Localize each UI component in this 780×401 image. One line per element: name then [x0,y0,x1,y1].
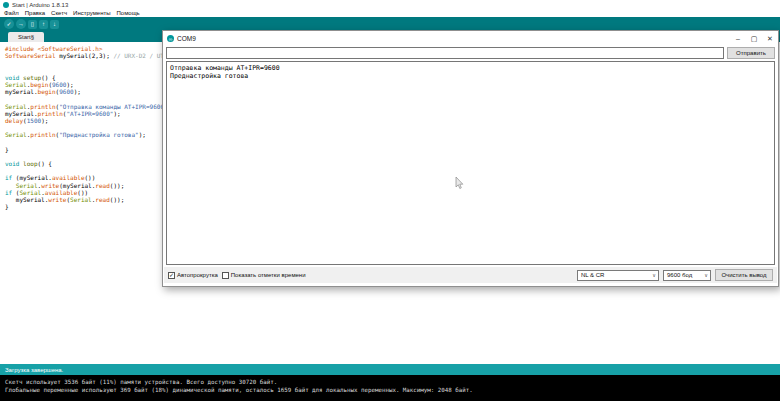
open-sketch-button[interactable]: ↑ [39,20,48,29]
mouse-cursor [455,176,464,194]
arrow-down-icon: ↓ [53,21,56,27]
arduino-app-icon [3,2,9,8]
serial-send-input[interactable] [166,47,724,59]
checkbox-checked-icon[interactable]: ✓ [168,272,175,279]
send-button[interactable]: Отправить [727,47,775,59]
ide-title-bar: Start | Arduino 1.8.13 [0,0,780,9]
chevron-down-icon: ∨ [704,272,708,278]
new-document-icon: ▯ [31,21,34,27]
verify-button[interactable]: ✓ [4,19,14,29]
arduino-window-icon: ∞ [167,35,174,42]
timestamps-label: Показать отметки времени [231,272,306,278]
line-ending-value: NL & CR [581,272,604,278]
serial-output-line: Преднастройка готова [170,72,771,80]
serial-output-line: Отправка команды AT+IPR=9600 [170,64,771,72]
menu-item[interactable]: Файл [4,10,19,16]
menu-item[interactable]: Правка [25,10,45,16]
arrow-right-icon: → [18,21,24,27]
menu-item[interactable]: Инструменты [73,10,110,16]
save-sketch-button[interactable]: ↓ [50,20,59,29]
tab-label: Start§ [18,34,34,40]
status-bar: Загрузка завершена. [0,364,780,375]
arrow-up-icon: ↑ [42,21,45,27]
serial-input-row: Отправить [166,47,775,59]
maximize-icon[interactable]: ▢ [746,31,762,46]
timestamps-checkbox[interactable]: Показать отметки времени [222,272,306,279]
ide-menu-bar: ФайлПравкаСкетчИнструментыПомощь [0,9,780,17]
serial-monitor-title: COM9 [177,35,196,42]
window-controls: – ▢ ✕ [730,31,778,46]
ide-window-title: Start | Arduino 1.8.13 [12,2,68,8]
ide-toolbar: ✓ → ▯ ↑ ↓ [0,17,780,31]
close-icon[interactable]: ✕ [762,31,778,46]
baud-rate-value: 9600 бод [667,272,692,278]
autoscroll-checkbox[interactable]: ✓ Автопрокрутка [168,272,218,279]
console-line: Скетч использует 3536 байт (11%) памяти … [5,378,775,386]
clear-output-button[interactable]: Очистить вывод [715,269,773,281]
minimize-icon[interactable]: – [730,31,746,46]
checkbox-unchecked-icon[interactable] [222,272,229,279]
console-line: Глобальные переменные используют 369 бай… [5,386,775,394]
compiler-console: Скетч использует 3536 байт (11%) памяти … [0,375,780,401]
serial-monitor-window: ∞ COM9 – ▢ ✕ Отправить Отправка команды … [162,30,779,287]
chevron-down-icon: ∨ [652,272,656,278]
autoscroll-label: Автопрокрутка [177,272,218,278]
line-ending-select[interactable]: NL & CR ∨ [577,270,659,281]
status-message: Загрузка завершена. [5,367,63,373]
serial-monitor-options-bar: ✓ Автопрокрутка Показать отметки времени… [164,267,777,283]
serial-output-area[interactable]: Отправка команды AT+IPR=9600Преднастройк… [166,61,775,265]
baud-rate-select[interactable]: 9600 бод ∨ [663,270,711,281]
menu-item[interactable]: Помощь [117,10,140,16]
serial-monitor-title-bar[interactable]: ∞ COM9 – ▢ ✕ [163,31,778,46]
tab-start-sketch[interactable]: Start§ [8,32,44,42]
menu-item[interactable]: Скетч [51,10,67,16]
check-icon: ✓ [6,21,11,27]
upload-button[interactable]: → [16,19,26,29]
new-sketch-button[interactable]: ▯ [28,20,37,29]
